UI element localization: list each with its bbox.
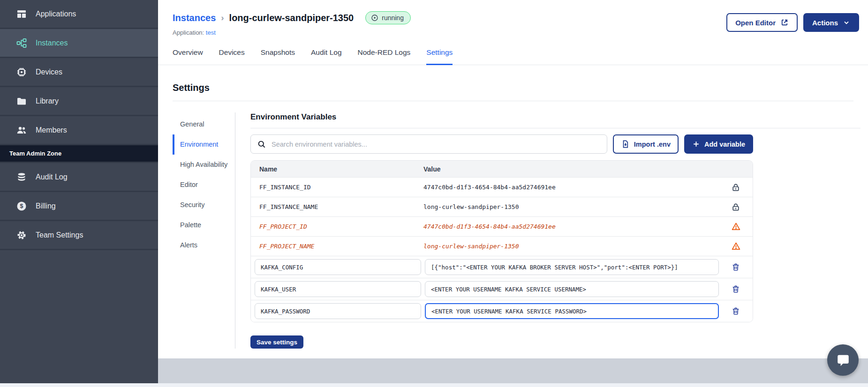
applications-icon bbox=[15, 8, 28, 20]
subnav-security[interactable]: Security bbox=[173, 195, 235, 215]
environment-variables-title: Environment Variables bbox=[250, 112, 860, 128]
settings-body: General Environment High Availability Ed… bbox=[173, 112, 860, 349]
actions-button[interactable]: Actions bbox=[803, 13, 859, 32]
sidebar-item-team-settings[interactable]: Team Settings bbox=[0, 221, 158, 250]
plus-icon bbox=[692, 140, 700, 148]
sidebar-item-label: Applications bbox=[36, 10, 76, 18]
environment-panel: Environment Variables bbox=[250, 112, 860, 349]
gear-icon bbox=[15, 229, 28, 241]
add-variable-button[interactable]: Add variable bbox=[684, 134, 753, 154]
open-editor-button[interactable]: Open Editor bbox=[726, 13, 798, 32]
add-variable-label: Add variable bbox=[704, 141, 745, 148]
env-var-value-input[interactable] bbox=[425, 259, 719, 275]
settings-page-title: Settings bbox=[173, 82, 853, 101]
svg-text:$: $ bbox=[20, 203, 23, 209]
actions-label: Actions bbox=[812, 19, 838, 27]
env-var-value-input-focused[interactable] bbox=[425, 303, 719, 319]
warning-triangle-icon bbox=[731, 222, 741, 231]
subnav-high-availability[interactable]: High Availability bbox=[173, 155, 235, 175]
column-header-value: Value bbox=[423, 165, 719, 173]
table-row-deprecated: FF_PROJECT_ID 4747c0bd-d1f3-4654-84b4-aa… bbox=[251, 216, 753, 236]
sidebar-item-members[interactable]: Members bbox=[0, 116, 158, 145]
chat-bubble-icon bbox=[835, 352, 851, 368]
sidebar-item-label: Team Settings bbox=[36, 231, 83, 239]
header-actions: Open Editor Actions bbox=[726, 13, 859, 32]
env-var-name: FF_PROJECT_NAME bbox=[251, 243, 423, 250]
env-var-value: 4747c0bd-d1f3-4654-84b4-aa5d274691ee bbox=[423, 223, 719, 230]
table-row-deprecated: FF_PROJECT_NAME long-curlew-sandpiper-13… bbox=[251, 236, 753, 256]
sidebar-item-label: Library bbox=[36, 97, 59, 105]
sidebar-section-label: Team Admin Zone bbox=[9, 150, 61, 157]
sidebar-item-label: Audit Log bbox=[36, 173, 68, 181]
subnav-general[interactable]: General bbox=[173, 114, 235, 134]
tab-snapshots[interactable]: Snapshots bbox=[261, 48, 295, 65]
dollar-circle-icon: $ bbox=[15, 200, 28, 212]
main-content: Instances › long-curlew-sandpiper-1350 r… bbox=[158, 0, 868, 358]
tab-settings[interactable]: Settings bbox=[426, 48, 453, 65]
sidebar-item-label: Billing bbox=[36, 202, 56, 210]
subnav-palette[interactable]: Palette bbox=[173, 215, 235, 235]
application-label: Application: bbox=[173, 29, 204, 36]
tab-node-red-logs[interactable]: Node-RED Logs bbox=[358, 48, 411, 65]
env-var-value: long-curlew-sandpiper-1350 bbox=[423, 203, 719, 210]
bottom-bar bbox=[0, 383, 868, 387]
env-var-name-input[interactable] bbox=[255, 281, 421, 297]
environment-content: Import .env Add variable Name Value bbox=[250, 134, 753, 349]
env-var-value-input[interactable] bbox=[425, 281, 719, 297]
subnav-alerts[interactable]: Alerts bbox=[173, 235, 235, 255]
devices-chip-icon bbox=[15, 66, 28, 78]
external-link-icon bbox=[780, 18, 789, 27]
sidebar: Applications Instances Devices Library M… bbox=[0, 0, 158, 383]
import-env-label: Import .env bbox=[634, 141, 671, 148]
env-var-value: long-curlew-sandpiper-1350 bbox=[423, 243, 719, 250]
sidebar-item-billing[interactable]: $ Billing bbox=[0, 192, 158, 221]
search-icon bbox=[257, 140, 266, 149]
tab-audit-log[interactable]: Audit Log bbox=[311, 48, 342, 65]
trash-icon bbox=[731, 306, 740, 316]
subnav-environment[interactable]: Environment bbox=[173, 134, 235, 155]
env-var-name-input[interactable] bbox=[255, 303, 421, 319]
breadcrumb-instances-link[interactable]: Instances bbox=[173, 13, 216, 23]
instances-icon bbox=[15, 37, 28, 49]
env-var-name-input[interactable] bbox=[255, 259, 421, 275]
search-input[interactable] bbox=[272, 141, 601, 148]
tab-overview[interactable]: Overview bbox=[173, 48, 203, 65]
lock-icon bbox=[731, 183, 740, 192]
folder-icon bbox=[15, 95, 28, 107]
column-header-name: Name bbox=[251, 165, 423, 173]
breadcrumb-separator: › bbox=[221, 13, 224, 23]
status-badge-label: running bbox=[382, 14, 404, 22]
table-row: FF_INSTANCE_NAME long-curlew-sandpiper-1… bbox=[251, 197, 753, 216]
chat-widget-button[interactable] bbox=[827, 344, 859, 376]
env-variables-table: Name Value FF_INSTANCE_ID 4747c0bd-d1f3-… bbox=[250, 160, 753, 322]
users-icon bbox=[15, 124, 28, 136]
import-env-button[interactable]: Import .env bbox=[613, 134, 679, 154]
application-link[interactable]: test bbox=[206, 29, 216, 36]
table-row-editable bbox=[251, 278, 753, 300]
lock-icon bbox=[731, 202, 740, 212]
delete-variable-button[interactable] bbox=[730, 261, 742, 273]
running-play-icon bbox=[371, 14, 378, 22]
sidebar-item-library[interactable]: Library bbox=[0, 87, 158, 116]
tab-devices[interactable]: Devices bbox=[219, 48, 245, 65]
chevron-down-icon bbox=[843, 19, 850, 26]
delete-variable-button[interactable] bbox=[730, 305, 742, 317]
instance-name-title: long-curlew-sandpiper-1350 bbox=[229, 13, 354, 23]
save-settings-button[interactable]: Save settings bbox=[250, 335, 303, 349]
delete-variable-button[interactable] bbox=[730, 283, 742, 295]
env-var-name: FF_INSTANCE_ID bbox=[251, 184, 423, 191]
sidebar-item-applications[interactable]: Applications bbox=[0, 0, 158, 29]
footer-strip bbox=[158, 358, 868, 383]
sidebar-item-instances[interactable]: Instances bbox=[0, 29, 158, 58]
table-header-row: Name Value bbox=[251, 161, 753, 177]
env-var-name: FF_INSTANCE_NAME bbox=[251, 203, 423, 210]
sidebar-item-audit-log[interactable]: Audit Log bbox=[0, 163, 158, 192]
settings-subnav: General Environment High Availability Ed… bbox=[173, 112, 235, 349]
env-toolbar: Import .env Add variable bbox=[250, 134, 753, 154]
sidebar-item-devices[interactable]: Devices bbox=[0, 58, 158, 87]
sidebar-item-label: Devices bbox=[36, 68, 62, 76]
subnav-editor[interactable]: Editor bbox=[173, 175, 235, 195]
status-badge: running bbox=[365, 11, 411, 24]
sidebar-section-team-admin-zone: Team Admin Zone bbox=[0, 145, 158, 163]
app-root: Applications Instances Devices Library M… bbox=[0, 0, 868, 387]
